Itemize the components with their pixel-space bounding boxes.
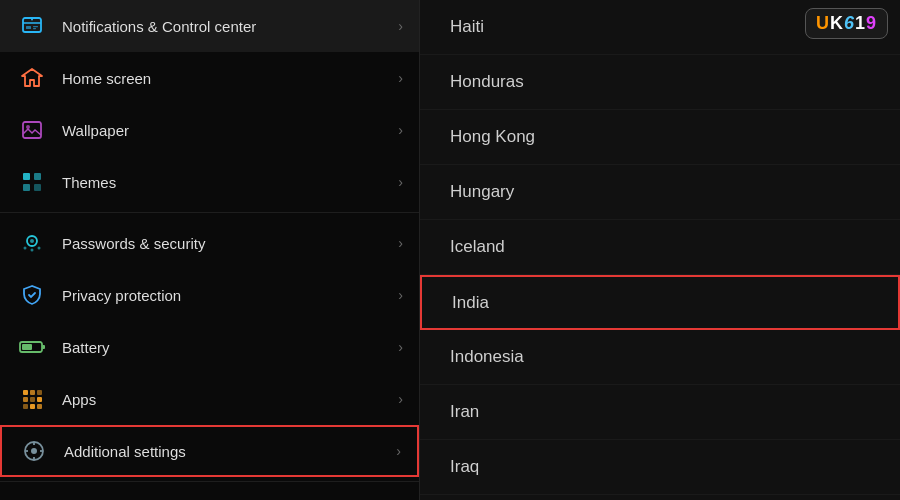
wallpaper-icon bbox=[16, 114, 48, 146]
svg-rect-28 bbox=[37, 404, 42, 409]
svg-point-14 bbox=[24, 247, 27, 250]
svg-rect-20 bbox=[23, 390, 28, 395]
apps-label: Apps bbox=[62, 391, 398, 408]
passwords-arrow: › bbox=[398, 235, 403, 251]
privacy-icon bbox=[16, 279, 48, 311]
country-name: India bbox=[452, 293, 489, 313]
svg-point-16 bbox=[38, 247, 41, 250]
svg-rect-6 bbox=[23, 122, 41, 138]
passwords-icon bbox=[16, 227, 48, 259]
logo-1: 1 bbox=[855, 13, 866, 33]
svg-rect-11 bbox=[34, 184, 41, 191]
svg-rect-8 bbox=[23, 173, 30, 180]
menu-item-privacy[interactable]: Privacy protection › bbox=[0, 269, 419, 321]
svg-rect-26 bbox=[23, 404, 28, 409]
menu-item-passwords[interactable]: Passwords & security › bbox=[0, 217, 419, 269]
country-item-honduras[interactable]: Honduras bbox=[420, 55, 900, 110]
themes-label: Themes bbox=[62, 174, 398, 191]
menu-item-notifications[interactable]: Notifications & Control center › bbox=[0, 0, 419, 52]
svg-rect-3 bbox=[26, 26, 31, 29]
svg-point-13 bbox=[30, 239, 34, 243]
logo-6: 6 bbox=[844, 13, 855, 33]
country-name: Indonesia bbox=[450, 347, 524, 367]
country-name: Hungary bbox=[450, 182, 514, 202]
country-item-indonesia[interactable]: Indonesia bbox=[420, 330, 900, 385]
logo: UK619 bbox=[805, 8, 888, 39]
svg-rect-22 bbox=[37, 390, 42, 395]
themes-arrow: › bbox=[398, 174, 403, 190]
country-item-iraq[interactable]: Iraq bbox=[420, 440, 900, 495]
svg-point-2 bbox=[31, 19, 33, 21]
country-item-ireland[interactable]: Ireland bbox=[420, 495, 900, 500]
country-item-iceland[interactable]: Iceland bbox=[420, 220, 900, 275]
home-screen-icon bbox=[16, 62, 48, 94]
privacy-label: Privacy protection bbox=[62, 287, 398, 304]
battery-arrow: › bbox=[398, 339, 403, 355]
country-item-iran[interactable]: Iran bbox=[420, 385, 900, 440]
country-name: Haiti bbox=[450, 17, 484, 37]
menu-item-wallpaper[interactable]: Wallpaper › bbox=[0, 104, 419, 156]
notifications-arrow: › bbox=[398, 18, 403, 34]
divider-1 bbox=[0, 212, 419, 213]
privacy-arrow: › bbox=[398, 287, 403, 303]
country-item-hungary[interactable]: Hungary bbox=[420, 165, 900, 220]
country-item-india[interactable]: India bbox=[420, 275, 900, 330]
svg-rect-21 bbox=[30, 390, 35, 395]
passwords-label: Passwords & security bbox=[62, 235, 398, 252]
menu-item-additional-settings[interactable]: Additional settings › bbox=[0, 425, 419, 477]
menu-item-themes[interactable]: Themes › bbox=[0, 156, 419, 208]
logo-k: K bbox=[830, 13, 844, 33]
home-screen-arrow: › bbox=[398, 70, 403, 86]
wallpaper-label: Wallpaper bbox=[62, 122, 398, 139]
svg-rect-10 bbox=[23, 184, 30, 191]
additional-settings-label: Additional settings bbox=[64, 443, 396, 460]
notifications-icon bbox=[16, 10, 48, 42]
divider-2 bbox=[0, 481, 419, 482]
country-name: Iraq bbox=[450, 457, 479, 477]
apps-arrow: › bbox=[398, 391, 403, 407]
svg-rect-25 bbox=[37, 397, 42, 402]
home-screen-label: Home screen bbox=[62, 70, 398, 87]
menu-item-battery[interactable]: Battery › bbox=[0, 321, 419, 373]
country-name: Iran bbox=[450, 402, 479, 422]
country-name: Hong Kong bbox=[450, 127, 535, 147]
country-name: Honduras bbox=[450, 72, 524, 92]
svg-rect-19 bbox=[42, 345, 45, 349]
additional-settings-icon bbox=[18, 435, 50, 467]
country-item-hong-kong[interactable]: Hong Kong bbox=[420, 110, 900, 165]
svg-rect-24 bbox=[30, 397, 35, 402]
menu-item-apps[interactable]: Apps › bbox=[0, 373, 419, 425]
wallpaper-arrow: › bbox=[398, 122, 403, 138]
svg-rect-5 bbox=[33, 28, 36, 29]
svg-rect-27 bbox=[30, 404, 35, 409]
notifications-label: Notifications & Control center bbox=[62, 18, 398, 35]
battery-icon bbox=[16, 331, 48, 363]
menu-item-home-screen[interactable]: Home screen › bbox=[0, 52, 419, 104]
country-name: Iceland bbox=[450, 237, 505, 257]
battery-label: Battery bbox=[62, 339, 398, 356]
svg-rect-4 bbox=[33, 26, 38, 27]
svg-rect-9 bbox=[34, 173, 41, 180]
svg-point-15 bbox=[31, 249, 34, 252]
settings-menu: Notifications & Control center › Home sc… bbox=[0, 0, 420, 500]
menu-item-digital-wellbeing[interactable]: Digital Wellbeing & parental controls › bbox=[0, 486, 419, 500]
apps-icon bbox=[16, 383, 48, 415]
logo-9: 9 bbox=[866, 13, 877, 33]
additional-settings-arrow: › bbox=[396, 443, 401, 459]
themes-icon bbox=[16, 166, 48, 198]
svg-rect-18 bbox=[22, 344, 32, 350]
country-list-panel: UK619 HaitiHondurasHong KongHungaryIcela… bbox=[420, 0, 900, 500]
country-list: HaitiHondurasHong KongHungaryIcelandIndi… bbox=[420, 0, 900, 500]
svg-point-30 bbox=[31, 448, 37, 454]
logo-u: U bbox=[816, 13, 830, 33]
svg-rect-23 bbox=[23, 397, 28, 402]
